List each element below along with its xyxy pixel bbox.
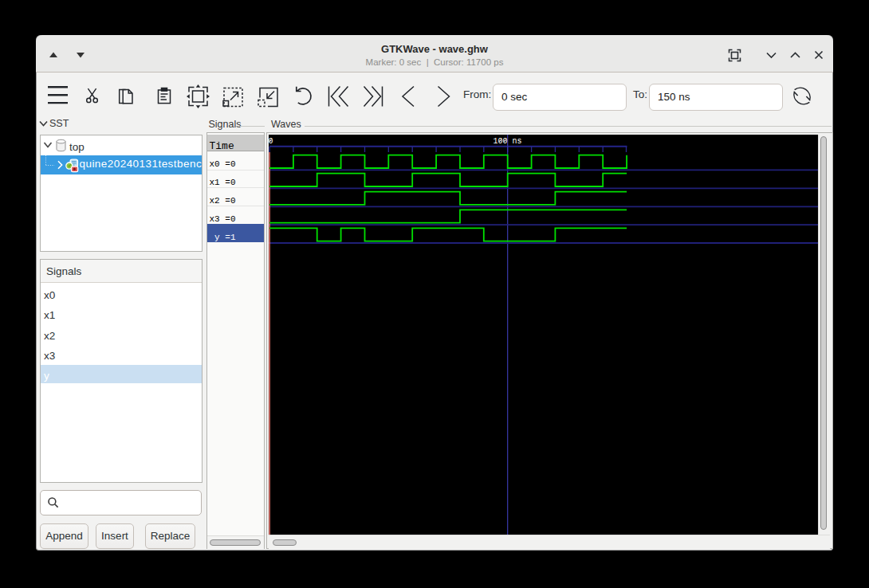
- svg-text:100 ns: 100 ns: [493, 137, 522, 146]
